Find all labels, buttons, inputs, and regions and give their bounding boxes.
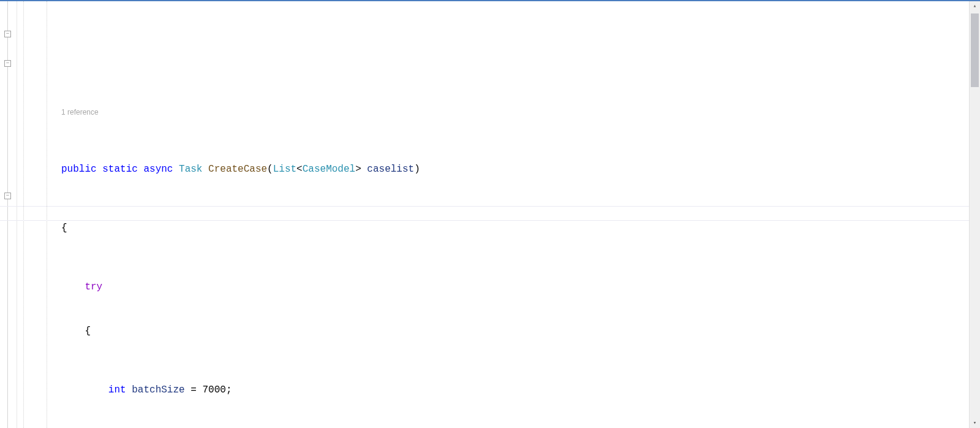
code-editor[interactable]: 1 reference public static async Task Cre… <box>0 0 980 428</box>
code-line: { <box>61 221 969 235</box>
code-line: { <box>61 324 969 338</box>
fold-toggle[interactable] <box>4 193 11 199</box>
codelens-references[interactable]: 1 reference <box>61 107 969 118</box>
fold-toggle[interactable] <box>4 60 11 67</box>
vertical-scrollbar[interactable]: ▴ ▾ <box>969 1 980 428</box>
code-line: int batchSize = 7000; <box>61 383 969 397</box>
scroll-up-arrow[interactable]: ▴ <box>970 1 980 11</box>
current-line-highlight <box>0 206 969 221</box>
fold-toggle[interactable] <box>4 31 11 37</box>
scroll-down-arrow[interactable]: ▾ <box>970 418 980 428</box>
scroll-thumb[interactable] <box>971 13 979 87</box>
empty-line <box>61 63 969 77</box>
code-line: public static async Task CreateCase(List… <box>61 162 969 177</box>
code-area[interactable]: 1 reference public static async Task Cre… <box>61 1 969 428</box>
fold-gutter <box>0 1 17 428</box>
code-line: try <box>61 280 969 294</box>
indent-guides <box>17 1 61 428</box>
